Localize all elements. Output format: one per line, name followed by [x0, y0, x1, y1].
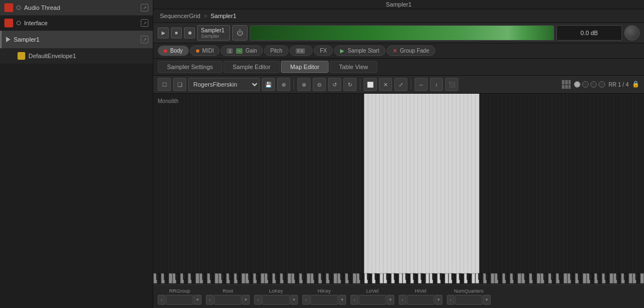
hikey-input[interactable]	[311, 295, 338, 305]
rrgroup-plus[interactable]: +	[194, 295, 202, 305]
fit-button[interactable]: ⤢	[394, 78, 407, 91]
preset-select[interactable]: RogersFiberskin	[188, 78, 260, 91]
svg-rect-178	[203, 273, 205, 280]
breadcrumb-separator: >	[204, 13, 207, 19]
svg-rect-241	[445, 273, 449, 283]
lokey-input[interactable]	[262, 295, 290, 305]
record-button[interactable]: ⏺	[184, 27, 195, 38]
svg-rect-269	[551, 273, 554, 280]
audio-thread-external-icon[interactable]: ↗	[141, 4, 148, 12]
arrow-v-button[interactable]: ↕	[430, 78, 443, 91]
svg-rect-211	[329, 273, 332, 280]
audio-thread-color	[4, 3, 13, 12]
lokey-minus[interactable]: -	[254, 295, 262, 305]
svg-rect-281	[597, 273, 600, 280]
param-rrgroup: RRGroup - +	[158, 288, 202, 305]
tune-knob[interactable]	[624, 25, 640, 41]
numquarters-minus[interactable]: -	[447, 295, 455, 305]
add-button[interactable]: ⊕	[277, 78, 290, 91]
new-button[interactable]: ☐	[158, 78, 171, 91]
svg-rect-205	[307, 273, 311, 283]
svg-rect-223	[375, 273, 378, 280]
lovel-input[interactable]	[359, 295, 386, 305]
redo-button[interactable]: ↻	[343, 78, 357, 91]
volume-bar[interactable]	[250, 25, 554, 41]
title-text: Sampler1	[386, 1, 411, 8]
tab-gain[interactable]: 1 ~ Gain	[221, 45, 263, 56]
body-dot	[164, 49, 167, 53]
lock-icon[interactable]: 🔒	[632, 81, 640, 88]
svg-rect-219	[360, 273, 363, 280]
tab-midi[interactable]: MIDI	[190, 45, 220, 56]
clear-button[interactable]: ⬛	[445, 78, 458, 91]
tab-fx-label[interactable]: FX	[290, 45, 313, 56]
numquarters-label: NumQuarters	[454, 288, 484, 294]
lokey-plus[interactable]: +	[290, 295, 298, 305]
interface-color	[4, 19, 13, 27]
tab-group-fade[interactable]: ✕ Group Fade	[387, 45, 435, 56]
svg-rect-185	[229, 273, 232, 280]
svg-rect-175	[191, 273, 194, 280]
tab-body[interactable]: Body	[158, 45, 189, 56]
map-canvas[interactable]: Monolith	[153, 94, 644, 284]
svg-rect-166	[157, 273, 159, 280]
lovel-plus[interactable]: +	[387, 295, 394, 305]
hivel-minus[interactable]: -	[399, 295, 406, 305]
svg-rect-195	[268, 273, 271, 280]
hivel-label: HiVel	[415, 288, 426, 294]
save-button[interactable]: 💾	[262, 78, 275, 91]
svg-rect-188	[242, 273, 245, 283]
tab-pitch[interactable]: Pitch	[264, 45, 288, 56]
svg-rect-190	[249, 273, 251, 280]
root-plus[interactable]: +	[242, 295, 250, 305]
zoom-in-button[interactable]: ⊕	[297, 78, 311, 91]
rr-circle-4	[599, 81, 605, 88]
undo-button[interactable]: ↺	[328, 78, 341, 91]
power-button[interactable]: ⏻	[232, 25, 248, 41]
sidebar-item-sampler1[interactable]: Sampler1 ↗	[0, 31, 153, 48]
root-minus[interactable]: -	[206, 295, 214, 305]
hikey-plus[interactable]: +	[338, 295, 346, 305]
play-button[interactable]: ▶	[158, 27, 169, 38]
svg-rect-271	[559, 273, 562, 280]
hivel-plus[interactable]: +	[435, 295, 442, 305]
tab-fx[interactable]: FX	[314, 45, 333, 56]
tab-map-editor[interactable]: Map Editor	[281, 61, 329, 73]
svg-rect-212	[334, 273, 337, 283]
sidebar-item-envelope1[interactable]: DefaultEnvelope1	[0, 48, 153, 64]
hivel-input[interactable]	[407, 295, 434, 305]
select-button[interactable]: ⬜	[364, 78, 377, 91]
svg-rect-176	[196, 273, 199, 283]
tab-table-view[interactable]: Table View	[330, 61, 377, 73]
rrgroup-minus[interactable]: -	[158, 295, 165, 305]
numquarters-plus[interactable]: +	[483, 295, 491, 305]
lovel-minus[interactable]: -	[350, 295, 358, 305]
svg-rect-229	[399, 273, 403, 283]
svg-rect-192	[256, 273, 259, 280]
sidebar-item-interface[interactable]: Interface ↗	[0, 15, 153, 31]
arrow-h-button[interactable]: ↔	[415, 78, 428, 91]
hikey-minus[interactable]: -	[302, 295, 310, 305]
breadcrumb-parent[interactable]: SequencerGrid	[160, 13, 200, 19]
tab-sample-start[interactable]: ▶ Sample Start	[334, 45, 386, 56]
delete-button[interactable]: ✕	[379, 78, 392, 91]
svg-rect-217	[353, 273, 357, 283]
sidebar-item-audio-thread[interactable]: Audio Thread ↗	[0, 0, 153, 15]
numquarters-input[interactable]	[455, 295, 482, 305]
stop-button[interactable]: ■	[171, 27, 182, 38]
zoom-out-button[interactable]: ⊖	[313, 78, 326, 91]
rrgroup-input[interactable]	[166, 295, 193, 305]
sampler1-external-icon[interactable]: ↗	[141, 36, 148, 43]
tab-sampler-settings[interactable]: Sampler Settings	[158, 61, 222, 73]
rr-circle-1	[574, 81, 580, 88]
svg-rect-276	[578, 273, 581, 280]
svg-rect-286	[617, 273, 619, 280]
tab-sample-editor[interactable]: Sample Editor	[223, 61, 280, 73]
root-input[interactable]	[214, 295, 242, 305]
duplicate-button[interactable]: ❑	[173, 78, 186, 91]
svg-rect-248	[472, 273, 475, 283]
svg-rect-200	[288, 273, 291, 283]
svg-rect-262	[525, 273, 527, 280]
rr-cell-1	[562, 80, 565, 84]
interface-external-icon[interactable]: ↗	[141, 19, 148, 27]
